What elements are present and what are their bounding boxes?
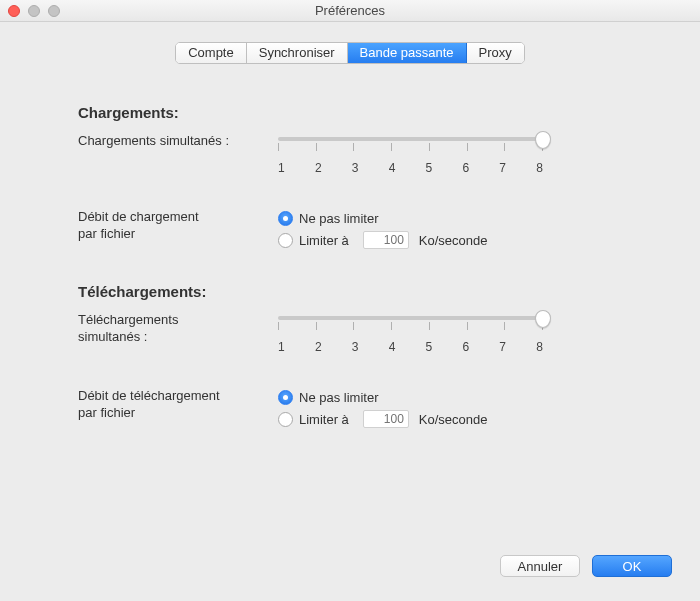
close-icon[interactable] [8,5,20,17]
tab-synchroniser[interactable]: Synchroniser [247,43,348,63]
uploads-rate-limit-label: Limiter à [299,233,349,248]
uploads-rate-input[interactable] [363,231,409,249]
slider-ticks [278,143,543,151]
downloads-simultaneous-slider[interactable] [278,310,543,334]
uploads-rate-limit-radio[interactable] [278,233,293,248]
downloads-rate-limit-label: Limiter à [299,412,349,427]
uploads-heading: Chargements: [78,104,622,121]
downloads-simultaneous-label: Téléchargements simultanés : [78,310,278,346]
uploads-rate-nolimit-radio[interactable] [278,211,293,226]
downloads-rate-nolimit-radio[interactable] [278,390,293,405]
uploads-rate-nolimit-label: Ne pas limiter [299,211,378,226]
slider-track-line [278,137,543,141]
tab-compte[interactable]: Compte [176,43,247,63]
minimize-icon[interactable] [28,5,40,17]
ok-button[interactable]: OK [592,555,672,577]
downloads-rate-input[interactable] [363,410,409,428]
downloads-rate-unit: Ko/seconde [419,412,488,427]
zoom-icon[interactable] [48,5,60,17]
downloads-slider-labels: 1 2 3 4 5 6 7 8 [278,340,543,354]
uploads-rate-label: Débit de chargement par fichier [78,207,278,243]
uploads-rate-unit: Ko/seconde [419,233,488,248]
downloads-rate-limit-radio[interactable] [278,412,293,427]
titlebar: Préférences [0,0,700,22]
slider-ticks [278,322,543,330]
downloads-heading: Téléchargements: [78,283,622,300]
window-title: Préférences [0,3,700,18]
slider-thumb-icon[interactable] [535,131,551,149]
content: Compte Synchroniser Bande passante Proxy… [0,22,700,601]
tab-proxy[interactable]: Proxy [467,43,524,63]
downloads-rate-label: Débit de téléchargement par fichier [78,386,278,422]
uploads-simultaneous-label: Chargements simultanés : [78,131,278,150]
uploads-slider-labels: 1 2 3 4 5 6 7 8 [278,161,543,175]
cancel-button[interactable]: Annuler [500,555,580,577]
uploads-simultaneous-slider[interactable] [278,131,543,155]
slider-thumb-icon[interactable] [535,310,551,328]
window-controls [0,5,60,17]
panel-bande-passante: Chargements: Chargements simultanés : 1 … [8,104,692,555]
footer: Annuler OK [8,555,692,593]
slider-track-line [278,316,543,320]
tab-bande-passante[interactable]: Bande passante [348,43,467,63]
downloads-rate-nolimit-label: Ne pas limiter [299,390,378,405]
tab-bar: Compte Synchroniser Bande passante Proxy [175,42,525,64]
